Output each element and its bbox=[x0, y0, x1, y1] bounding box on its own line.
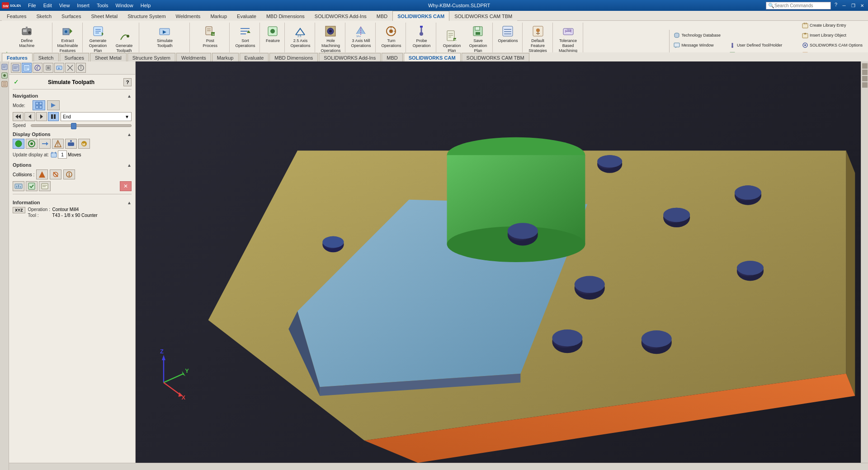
tab-structure-system[interactable]: Structure System bbox=[123, 11, 170, 21]
tab-mbd-dimensions[interactable]: MBD Dimensions bbox=[261, 11, 310, 21]
ftab-surfaces[interactable]: Surfaces bbox=[60, 53, 89, 62]
arrow-mode-btn[interactable] bbox=[47, 100, 60, 110]
search-input[interactable] bbox=[774, 3, 829, 8]
update-value-input[interactable]: 1 bbox=[58, 150, 67, 159]
tab-mbd[interactable]: MBD bbox=[372, 11, 392, 21]
help-btn[interactable]: ? bbox=[833, 2, 839, 9]
extract-features-button[interactable]: Extract Machinable Features bbox=[55, 23, 80, 54]
ftab-sheet-metal[interactable]: Sheet Metal bbox=[90, 53, 127, 62]
ftab-mbd[interactable]: MBD bbox=[382, 53, 402, 62]
menu-bar[interactable]: File Edit View Insert Tools Window Help bbox=[26, 2, 152, 9]
speed-slider[interactable] bbox=[31, 124, 132, 127]
right-tool-2[interactable] bbox=[862, 70, 868, 75]
hole-machining-button[interactable]: Hole Machining Operations bbox=[318, 23, 343, 54]
collision-btn-2[interactable] bbox=[50, 169, 61, 179]
save-operation-plan-button[interactable]: Save Operation Plan bbox=[465, 23, 491, 54]
panel-icon-configmgr[interactable] bbox=[1, 80, 8, 88]
menu-view[interactable]: View bbox=[57, 2, 72, 9]
disp-btn-5[interactable] bbox=[65, 139, 77, 149]
menu-help[interactable]: Help bbox=[139, 2, 153, 9]
ftab-structure-system[interactable]: Structure System bbox=[127, 53, 175, 62]
tolerance-based-machining-button[interactable]: TBM Tolerance Based Machining bbox=[556, 23, 581, 54]
panel-tool-6[interactable] bbox=[65, 63, 75, 73]
extra-btn-2[interactable] bbox=[26, 181, 38, 191]
insert-library-object-button[interactable]: Insert Library Object bbox=[800, 31, 864, 40]
simulate-toolpath-button[interactable]: Simulate Toolpath bbox=[152, 23, 177, 50]
ftab-solidworks-addins[interactable]: SOLIDWORKS Add-Ins bbox=[319, 53, 381, 62]
collision-btn-1[interactable] bbox=[36, 169, 48, 179]
tab-solidworks-cam[interactable]: SOLIDWORKS CAM bbox=[392, 11, 449, 21]
menu-edit[interactable]: Edit bbox=[42, 2, 54, 9]
menu-file[interactable]: File bbox=[26, 2, 38, 9]
ftab-mbd-dimensions[interactable]: MBD Dimensions bbox=[269, 53, 318, 62]
window-controls[interactable]: ? ─ ❐ ✕ bbox=[833, 2, 866, 9]
sim-panel-help[interactable]: ? bbox=[123, 78, 132, 86]
panel-icon-propertymgr[interactable] bbox=[1, 72, 8, 79]
menu-insert[interactable]: Insert bbox=[75, 2, 91, 9]
ftab-solidworks-cam-tbm[interactable]: SOLIDWORKS CAM TBM bbox=[462, 53, 529, 62]
tab-evaluate[interactable]: Evaluate bbox=[232, 11, 261, 21]
ftab-features[interactable]: Features bbox=[2, 53, 33, 62]
menu-window[interactable]: Window bbox=[114, 2, 135, 9]
prev-btn[interactable] bbox=[24, 112, 35, 121]
tab-solidworks-cam-tbm[interactable]: SOLIDWORKS CAM TBM bbox=[449, 11, 517, 21]
generate-op-plan-button[interactable]: Generate Operation Plan bbox=[85, 23, 111, 54]
extra-btn-1[interactable] bbox=[13, 181, 24, 191]
ftab-solidworks-cam[interactable]: SOLIDWORKS CAM bbox=[404, 53, 461, 62]
tab-features[interactable]: Features bbox=[2, 11, 31, 21]
turn-operations-button[interactable]: Turn Operations bbox=[378, 23, 404, 50]
feature-button[interactable]: Feature bbox=[263, 23, 283, 45]
close-window-btn[interactable]: ✕ bbox=[858, 2, 866, 9]
generate-toolpath-button[interactable]: Generate Toolpath bbox=[112, 28, 137, 55]
extra-btn-3[interactable] bbox=[39, 181, 51, 191]
rewind-btn[interactable] bbox=[13, 112, 24, 121]
panel-tool-5[interactable] bbox=[54, 63, 64, 73]
right-tool-3[interactable] bbox=[862, 76, 868, 81]
information-collapse[interactable]: ▲ bbox=[127, 200, 132, 205]
ftab-sketch[interactable]: Sketch bbox=[33, 53, 59, 62]
define-machine-button[interactable]: Define Machine bbox=[14, 23, 39, 50]
disp-btn-2[interactable] bbox=[26, 139, 38, 149]
panel-tool-2[interactable] bbox=[22, 63, 32, 73]
25-axis-ops-button[interactable]: 2.5 2.5 Axis Operations bbox=[288, 23, 313, 50]
default-feature-strategies-button[interactable]: Default Feature Strategies bbox=[525, 23, 551, 54]
next-btn[interactable] bbox=[36, 112, 47, 121]
sort-operations-button[interactable]: Sort Operations bbox=[232, 23, 258, 50]
post-process-button[interactable]: NC Post Process bbox=[198, 23, 223, 50]
tab-solidworks-addins[interactable]: SOLIDWORKS Add-Ins bbox=[310, 11, 372, 21]
tab-weldments[interactable]: Weldments bbox=[171, 11, 206, 21]
restore-btn[interactable]: ❐ bbox=[849, 2, 857, 9]
create-library-entry-button[interactable]: Create Library Entry bbox=[800, 21, 864, 30]
right-tool-1[interactable] bbox=[862, 63, 868, 69]
3-axis-mill-button[interactable]: 3Ax 3 Axis Mill Operations bbox=[348, 23, 373, 50]
panel-icon-featuremgr[interactable] bbox=[1, 63, 8, 70]
minimize-btn[interactable]: ─ bbox=[840, 2, 848, 9]
right-tool-4[interactable] bbox=[862, 82, 868, 88]
operations-button[interactable]: Operations bbox=[495, 23, 520, 45]
close-panel-btn[interactable]: ✕ bbox=[120, 181, 132, 191]
user-defined-tool-button[interactable]: User Defined Tool/Holder bbox=[727, 41, 795, 50]
grid-mode-btn[interactable] bbox=[33, 100, 45, 110]
tab-sketch[interactable]: Sketch bbox=[31, 11, 57, 21]
panel-tool-4[interactable] bbox=[43, 63, 53, 73]
probe-operation-button[interactable]: Probe Operation bbox=[409, 23, 434, 50]
disp-btn-3[interactable] bbox=[39, 139, 51, 149]
speed-thumb[interactable] bbox=[71, 123, 76, 129]
position-dropdown[interactable]: End ▼ bbox=[61, 112, 132, 121]
menu-tools[interactable]: Tools bbox=[95, 2, 110, 9]
tab-sheet-metal[interactable]: Sheet Metal bbox=[86, 11, 123, 21]
ftab-weldments[interactable]: Weldments bbox=[176, 53, 211, 62]
ftab-markup[interactable]: Markup bbox=[212, 53, 239, 62]
panel-tool-7[interactable] bbox=[76, 63, 86, 73]
collision-btn-3[interactable] bbox=[63, 169, 75, 179]
display-options-collapse[interactable]: ▲ bbox=[127, 132, 132, 137]
disp-btn-6[interactable]: M bbox=[78, 139, 90, 149]
navigation-collapse[interactable]: ▲ bbox=[127, 94, 132, 99]
operation-plan-button[interactable]: Operation Plan bbox=[439, 28, 464, 55]
message-window-button[interactable]: Message Window bbox=[671, 41, 722, 50]
ftab-evaluate[interactable]: Evaluate bbox=[240, 53, 269, 62]
command-search[interactable]: 🔍 bbox=[766, 2, 831, 9]
tab-surfaces[interactable]: Surfaces bbox=[57, 11, 86, 21]
options-collapse[interactable]: ▲ bbox=[127, 163, 132, 168]
disp-btn-4[interactable] bbox=[52, 139, 64, 149]
